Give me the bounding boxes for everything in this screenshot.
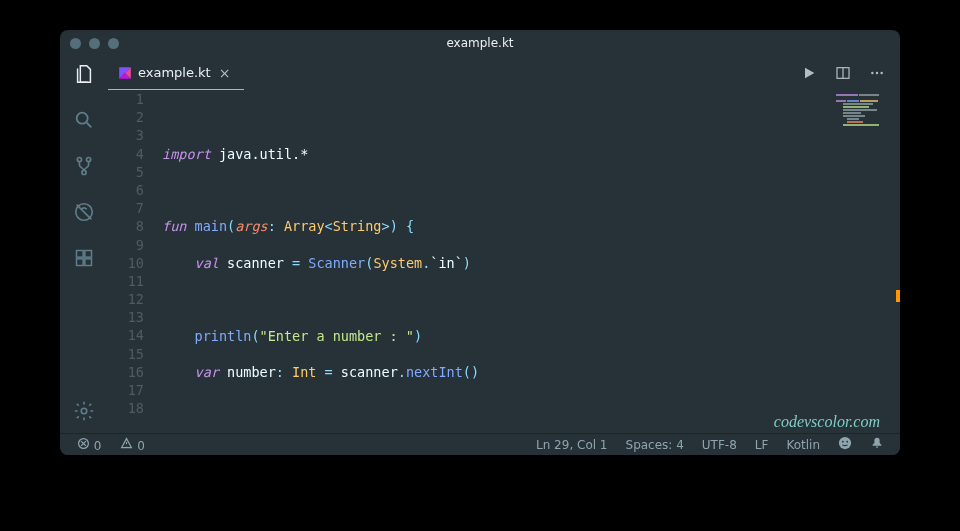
traffic-close[interactable]	[70, 38, 81, 49]
run-icon[interactable]	[800, 64, 818, 82]
svg-point-16	[880, 72, 882, 74]
svg-point-1	[77, 157, 81, 161]
split-editor-icon[interactable]	[834, 64, 852, 82]
status-errors[interactable]: 0	[70, 436, 107, 453]
status-bar: 0 0 Ln 29, Col 1 Spaces: 4 UTF-8 LF Kotl…	[60, 433, 900, 455]
traffic-minimize[interactable]	[89, 38, 100, 49]
titlebar: example.kt	[60, 30, 900, 56]
line-gutter: 123 456 789 101112 131415 161718	[108, 90, 162, 433]
watermark: codevscolor.com	[774, 413, 880, 431]
traffic-zoom[interactable]	[108, 38, 119, 49]
explorer-icon[interactable]	[72, 62, 96, 86]
tab-label: example.kt	[138, 65, 211, 80]
editor-window: example.kt	[60, 30, 900, 455]
activity-bar	[60, 56, 108, 433]
tab-example-kt[interactable]: example.kt ×	[108, 56, 244, 90]
search-icon[interactable]	[72, 108, 96, 132]
extensions-icon[interactable]	[72, 246, 96, 270]
status-cursor-position[interactable]: Ln 29, Col 1	[530, 438, 614, 452]
overview-ruler-marker	[896, 290, 900, 302]
svg-point-2	[86, 157, 90, 161]
warning-icon	[119, 436, 133, 450]
svg-point-14	[871, 72, 873, 74]
window-title: example.kt	[60, 36, 900, 50]
code-editor[interactable]: 123 456 789 101112 131415 161718 import …	[108, 90, 900, 433]
feedback-icon[interactable]	[832, 436, 858, 453]
svg-rect-6	[85, 251, 92, 258]
svg-point-20	[846, 441, 848, 443]
tab-bar: example.kt ×	[108, 56, 900, 90]
svg-point-15	[876, 72, 878, 74]
svg-point-18	[839, 437, 851, 449]
editor-group: example.kt × 123	[108, 56, 900, 433]
svg-rect-5	[77, 251, 84, 258]
kotlin-file-icon	[118, 66, 132, 80]
status-eol[interactable]: LF	[749, 438, 775, 452]
status-encoding[interactable]: UTF-8	[696, 438, 743, 452]
svg-point-3	[82, 170, 86, 174]
svg-rect-8	[85, 259, 92, 266]
status-warnings[interactable]: 0	[113, 436, 150, 453]
svg-point-9	[81, 408, 87, 414]
bell-icon[interactable]	[864, 436, 890, 453]
debug-icon[interactable]	[72, 200, 96, 224]
status-language[interactable]: Kotlin	[780, 438, 826, 452]
editor-actions	[800, 56, 900, 90]
error-icon	[76, 436, 90, 450]
source-control-icon[interactable]	[72, 154, 96, 178]
svg-rect-7	[77, 259, 84, 266]
svg-point-0	[77, 113, 88, 124]
code-content[interactable]: import java.util.* fun main(args: Array<…	[162, 90, 900, 433]
tab-close-icon[interactable]: ×	[217, 66, 233, 80]
more-actions-icon[interactable]	[868, 64, 886, 82]
svg-point-19	[842, 441, 844, 443]
traffic-lights	[70, 38, 119, 49]
status-indent[interactable]: Spaces: 4	[620, 438, 690, 452]
settings-gear-icon[interactable]	[72, 399, 96, 423]
